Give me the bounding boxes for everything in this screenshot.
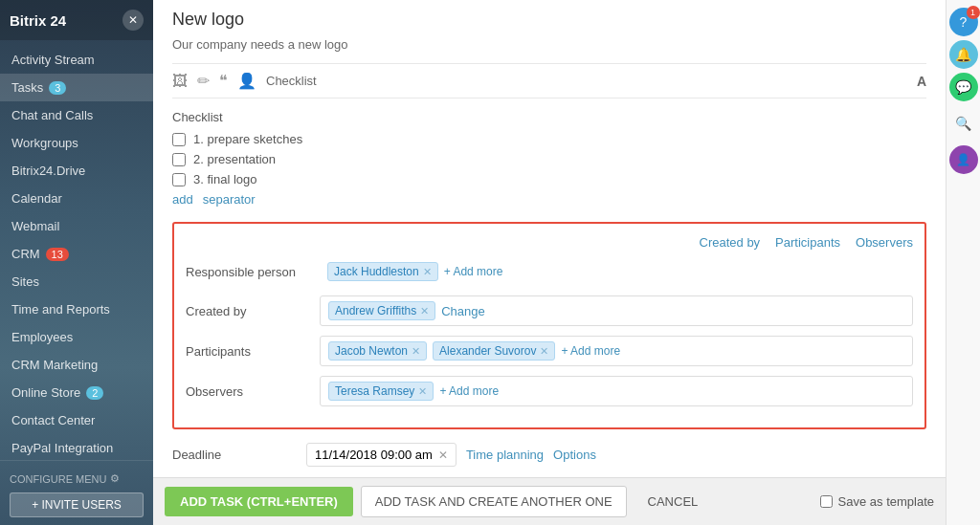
- observers-header-link[interactable]: Observers: [856, 235, 913, 250]
- sidebar-item-online-store[interactable]: Online Store 2: [0, 379, 153, 406]
- sidebar-item-webmail[interactable]: Webmail: [0, 212, 153, 240]
- created-by-label: Created by: [186, 304, 310, 318]
- sidebar-item-label: Chat and Calls: [11, 108, 93, 122]
- user-avatar: 👤: [949, 145, 978, 174]
- edit-icon[interactable]: ✏: [197, 72, 210, 90]
- responsible-remove[interactable]: ✕: [423, 266, 432, 278]
- invite-users-label: + INVITE USERS: [32, 498, 122, 512]
- sidebar-item-label: Calendar: [11, 191, 62, 206]
- deadline-field[interactable]: 11/14/2018 09:00 am ✕: [306, 443, 457, 467]
- people-section: Created by Participants Observers Respon…: [172, 222, 926, 429]
- sidebar-item-crm[interactable]: CRM 13: [0, 240, 153, 268]
- sidebar-item-label: Contact Center: [11, 413, 95, 427]
- crm-badge: 13: [46, 248, 69, 261]
- checklist-label: Checklist: [266, 74, 317, 88]
- sidebar-item-label: Sites: [11, 274, 39, 289]
- checklist-item-2: 2. presentation: [172, 152, 926, 166]
- search-icon: 🔍: [955, 116, 971, 131]
- image-icon[interactable]: 🖼: [172, 73, 188, 90]
- participants-header-link[interactable]: Participants: [775, 235, 840, 250]
- online-store-badge: 2: [86, 386, 103, 400]
- participants-row: Participants Jacob Newton ✕ Alexander Su…: [186, 336, 913, 366]
- formatting-icon[interactable]: A: [917, 74, 926, 89]
- sidebar-item-sites[interactable]: Sites: [0, 268, 153, 295]
- chat-icon: 💬: [955, 79, 971, 95]
- avatar-button[interactable]: 👤: [949, 145, 978, 174]
- checklist-item-1: 1. prepare sketches: [172, 132, 926, 146]
- responsible-add-more[interactable]: + Add more: [444, 265, 503, 278]
- app-logo: Bitrix 24: [10, 12, 66, 29]
- checklist-checkbox-1[interactable]: [172, 133, 186, 146]
- configure-menu-label: CONFIGURE MENU: [10, 473, 106, 485]
- observers-add-more[interactable]: + Add more: [439, 384, 499, 398]
- checklist-title: Checklist: [172, 110, 926, 124]
- sidebar-item-paypal[interactable]: PayPal Integration: [0, 434, 153, 460]
- sidebar-close-button[interactable]: ✕: [122, 10, 144, 31]
- checklist-item-3: 3. final logo: [172, 172, 926, 186]
- deadline-value: 11/14/2018 09:00 am: [315, 448, 433, 462]
- notification-icon-button[interactable]: 🔔: [949, 40, 978, 69]
- sidebar-item-label: Activity Stream: [11, 53, 95, 67]
- responsible-name: Jack Huddleston: [334, 265, 419, 278]
- sidebar-item-time-reports[interactable]: Time and Reports: [0, 295, 153, 323]
- cancel-button[interactable]: CANCEL: [635, 487, 712, 516]
- checklist-checkbox-2[interactable]: [172, 153, 186, 166]
- sidebar-item-calendar[interactable]: Calendar: [0, 185, 153, 212]
- created-by-change[interactable]: Change: [441, 304, 485, 318]
- observers-label: Observers: [186, 384, 310, 399]
- sidebar-item-label: Time and Reports: [11, 302, 110, 317]
- deadline-clear[interactable]: ✕: [438, 448, 448, 462]
- save-template-checkbox[interactable]: [820, 495, 833, 508]
- add-task-another-button[interactable]: ADD TASK AND CREATE ANOTHER ONE: [361, 486, 627, 517]
- sidebar-item-activity-stream[interactable]: Activity Stream: [0, 46, 153, 74]
- help-icon-button[interactable]: ? 1: [949, 8, 978, 36]
- options-link[interactable]: Options: [553, 448, 596, 462]
- sidebar-item-label: Bitrix24.Drive: [11, 164, 85, 178]
- invite-users-button[interactable]: + INVITE USERS: [10, 492, 144, 517]
- checklist-checkbox-3[interactable]: [172, 173, 186, 186]
- sidebar-item-label: CRM: [11, 247, 40, 261]
- chat-icon-button[interactable]: 💬: [949, 73, 978, 101]
- right-sidebar: ? 1 🔔 💬 🔍 👤: [946, 0, 980, 525]
- sidebar-item-bitrix24-drive[interactable]: Bitrix24.Drive: [0, 157, 153, 185]
- person-icon[interactable]: 👤: [237, 72, 256, 90]
- sidebar-nav: Activity Stream Tasks 3 Chat and Calls W…: [0, 40, 153, 460]
- sidebar-item-chat-calls[interactable]: Chat and Calls: [0, 101, 153, 129]
- observer-name-1: Teresa Ramsey: [335, 384, 414, 398]
- quote-icon[interactable]: ❝: [219, 72, 228, 90]
- participants-add-more[interactable]: + Add more: [561, 344, 620, 358]
- main-content: New logo Our company needs a new logo 🖼 …: [153, 0, 946, 525]
- checklist-item-text-3: 3. final logo: [193, 172, 257, 186]
- configure-menu[interactable]: CONFIGURE MENU ⚙: [10, 469, 144, 489]
- bell-icon: 🔔: [955, 47, 971, 62]
- sidebar: Bitrix 24 ✕ Activity Stream Tasks 3 Chat…: [0, 0, 153, 525]
- sidebar-item-crm-marketing[interactable]: CRM Marketing: [0, 351, 153, 379]
- participant-remove-1[interactable]: ✕: [412, 345, 420, 358]
- participant-tag-1: Jacob Newton ✕: [328, 341, 427, 361]
- add-task-button[interactable]: ADD TASK (CTRL+ENTER): [165, 487, 353, 516]
- time-planning-link[interactable]: Time planning: [466, 448, 544, 462]
- created-by-tag: Andrew Griffiths ✕: [328, 301, 435, 320]
- sidebar-item-label: PayPal Integration: [11, 441, 113, 455]
- settings-icon: ⚙: [110, 472, 120, 485]
- participants-field: Jacob Newton ✕ Alexander Suvorov ✕ + Add…: [320, 336, 913, 366]
- participant-name-2: Alexander Suvorov: [439, 344, 536, 358]
- checklist-item-text-1: 1. prepare sketches: [193, 132, 302, 146]
- tasks-badge: 3: [49, 81, 66, 95]
- sidebar-item-employees[interactable]: Employees: [0, 323, 153, 351]
- observers-field: Teresa Ramsey ✕ + Add more: [320, 376, 913, 406]
- task-description: Our company needs a new logo: [172, 37, 926, 52]
- sidebar-item-contact-center[interactable]: Contact Center: [0, 406, 153, 434]
- checklist-add-link[interactable]: add: [172, 192, 193, 207]
- observer-remove-1[interactable]: ✕: [418, 385, 427, 398]
- checklist-separator-link[interactable]: separator: [203, 192, 256, 207]
- sidebar-item-tasks[interactable]: Tasks 3: [0, 74, 153, 101]
- participant-remove-2[interactable]: ✕: [540, 345, 548, 358]
- search-icon-button[interactable]: 🔍: [949, 109, 978, 138]
- created-by-remove[interactable]: ✕: [420, 305, 429, 317]
- observer-tag-1: Teresa Ramsey ✕: [328, 382, 434, 401]
- save-template-container: Save as template: [820, 494, 934, 509]
- created-by-name: Andrew Griffiths: [335, 304, 416, 317]
- sidebar-item-workgroups[interactable]: Workgroups: [0, 129, 153, 157]
- created-by-header-link[interactable]: Created by: [700, 235, 761, 250]
